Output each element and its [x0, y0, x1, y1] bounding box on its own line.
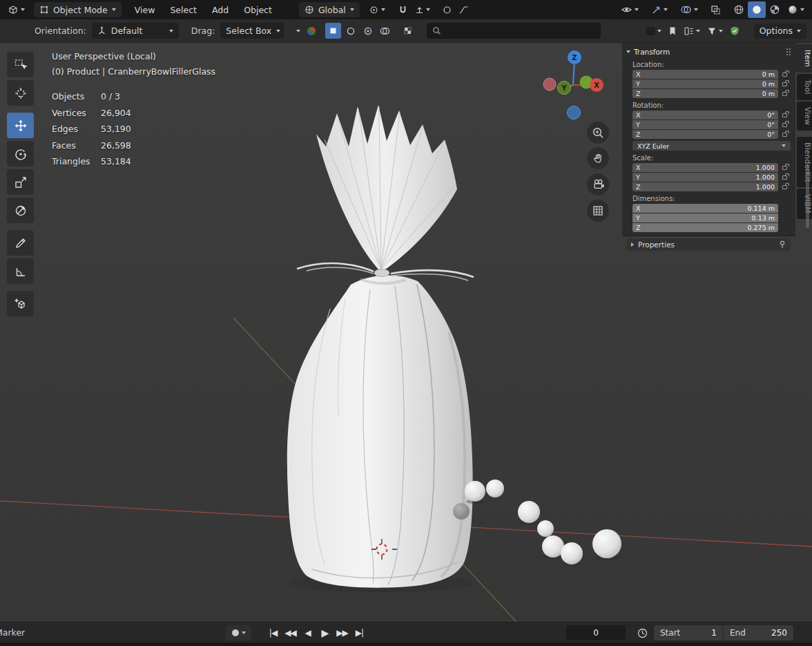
lock-location-x[interactable]	[778, 73, 791, 77]
rotation-x-field[interactable]: X0°	[632, 111, 778, 120]
tool-rotate[interactable]	[7, 141, 34, 167]
play-reverse-button[interactable]: ◀	[299, 625, 316, 641]
select-mode-new[interactable]	[325, 23, 341, 39]
dimension-z-field[interactable]: Z0.275 m	[632, 223, 778, 232]
proportional-editing-toggle[interactable]	[439, 1, 455, 18]
tool-measure[interactable]	[7, 258, 34, 284]
orthographic-toggle-button[interactable]	[587, 200, 609, 222]
orientation-default-dropdown[interactable]: Default	[92, 23, 179, 39]
scale-y-field[interactable]: Y1.000	[632, 173, 778, 182]
frame-end-field[interactable]: End 250	[724, 625, 793, 640]
rotation-y-field[interactable]: Y0°	[632, 120, 778, 129]
shading-material-button[interactable]	[766, 1, 784, 18]
editor-type-selector[interactable]	[4, 1, 28, 18]
validate-button[interactable]	[726, 23, 743, 39]
transform-orientation-dropdown[interactable]: Global	[299, 2, 360, 17]
tool-add-cube[interactable]	[7, 291, 34, 316]
show-gizmo-dropdown[interactable]	[648, 1, 671, 18]
object-visibility-dropdown[interactable]	[617, 1, 642, 18]
tool-select-box[interactable]	[7, 52, 34, 77]
dimension-y-field[interactable]: Y0.13 m	[632, 213, 778, 222]
tool-cursor[interactable]	[7, 80, 34, 106]
lock-location-y[interactable]	[778, 82, 791, 86]
camera-view-button[interactable]	[587, 173, 609, 196]
options-dropdown[interactable]: Options	[754, 23, 806, 39]
tool-move[interactable]	[7, 113, 34, 138]
dimension-x-field[interactable]: X0.114 m	[632, 204, 778, 213]
lock-rotation-x[interactable]	[778, 113, 791, 117]
frame-start-field[interactable]: Start 1	[654, 625, 723, 640]
copy-presets-dropdown[interactable]	[680, 23, 704, 39]
tab-blenderkit[interactable]: BlenderKit	[797, 137, 812, 188]
lock-scale-x[interactable]	[778, 166, 791, 170]
tool-transform[interactable]	[7, 198, 34, 223]
shading-wireframe-button[interactable]	[730, 1, 748, 18]
sidebar-scrollbar[interactable]	[806, 166, 809, 228]
filter-dropdown[interactable]	[704, 23, 726, 39]
tab-view[interactable]: View	[797, 102, 812, 131]
pivot-point-dropdown[interactable]	[365, 1, 389, 18]
gizmo-axis-neg-z[interactable]	[568, 106, 581, 120]
proportional-falloff-dropdown[interactable]	[455, 1, 472, 18]
snap-toggle[interactable]	[394, 1, 412, 18]
scale-z-field[interactable]: Z1.000	[632, 182, 778, 191]
mask-dropdown[interactable]	[642, 23, 665, 39]
jump-to-end-button[interactable]: ▶|	[351, 625, 368, 641]
select-mode-extend[interactable]	[342, 23, 358, 39]
auto-key-button[interactable]	[226, 625, 251, 640]
show-overlays-dropdown[interactable]	[677, 1, 702, 18]
zoom-button[interactable]	[587, 122, 609, 144]
next-keyframe-button[interactable]: ▶▶	[334, 625, 351, 641]
cranberry-sphere[interactable]	[537, 520, 554, 537]
scale-x-field[interactable]: X1.000	[632, 163, 778, 172]
playback-sync-button[interactable]	[633, 625, 651, 640]
jump-to-start-button[interactable]: |◀	[264, 625, 282, 641]
tool-annotate[interactable]	[7, 230, 34, 256]
tab-tool[interactable]: Tool	[797, 74, 812, 100]
checker-deselect-button[interactable]	[400, 23, 416, 39]
snap-settings-dropdown[interactable]	[412, 1, 434, 18]
location-y-field[interactable]: Y0 m	[632, 79, 778, 88]
menu-view[interactable]: View	[127, 0, 163, 19]
tool-scale[interactable]	[7, 169, 34, 195]
menu-object[interactable]: Object	[236, 0, 280, 19]
tab-vibm[interactable]: VIBM	[797, 189, 812, 219]
panel-drag-handle[interactable]	[786, 48, 788, 50]
select-mode-subtract[interactable]	[360, 23, 376, 39]
rotation-mode-dropdown[interactable]: XYZ Euler	[632, 141, 791, 151]
location-z-field[interactable]: Z0 m	[632, 89, 778, 98]
cranberry-sphere[interactable]	[592, 529, 621, 558]
viewport-3d[interactable]: Z X Y User Perspective (Local) (0) Produ…	[0, 43, 812, 622]
menu-add[interactable]: Add	[204, 0, 236, 19]
lock-rotation-z[interactable]	[778, 133, 791, 137]
cranberry-sphere[interactable]	[486, 479, 504, 497]
lock-scale-z[interactable]	[778, 185, 791, 189]
lock-scale-y[interactable]	[778, 175, 791, 180]
tool-extra-dropdown-icon[interactable]	[296, 30, 300, 32]
shading-solid-button[interactable]	[748, 1, 766, 18]
cranberry-sphere[interactable]	[561, 542, 583, 564]
location-x-field[interactable]: X0 m	[632, 70, 778, 79]
play-button[interactable]: ▶	[316, 625, 334, 641]
previous-keyframe-button[interactable]: ◀◀	[282, 625, 299, 641]
pan-button[interactable]	[587, 147, 609, 169]
bookmark-button[interactable]	[665, 23, 680, 39]
cranberry-sphere[interactable]	[465, 481, 485, 502]
gizmo-axis-neg-x[interactable]	[543, 78, 556, 91]
current-frame-field[interactable]: 0	[566, 625, 626, 640]
pin-icon[interactable]	[779, 240, 786, 249]
select-mode-intersect[interactable]	[377, 23, 393, 39]
falloff-sphere-icon[interactable]	[306, 26, 317, 37]
menu-select[interactable]: Select	[162, 0, 204, 19]
xray-toggle[interactable]	[707, 1, 724, 18]
transform-panel-header[interactable]: Transform	[626, 46, 791, 57]
cranberry-sphere[interactable]	[518, 501, 540, 523]
lock-rotation-y[interactable]	[778, 123, 791, 127]
mode-dropdown[interactable]: Object Mode	[34, 2, 122, 17]
shading-rendered-button[interactable]	[784, 1, 808, 18]
drag-mode-dropdown[interactable]: Select Box	[220, 23, 284, 39]
properties-panel-header[interactable]: Properties	[626, 238, 791, 251]
tab-item[interactable]: Item	[795, 44, 812, 73]
rotation-z-field[interactable]: Z0°	[632, 130, 778, 139]
cranberry-sphere[interactable]	[453, 503, 470, 520]
